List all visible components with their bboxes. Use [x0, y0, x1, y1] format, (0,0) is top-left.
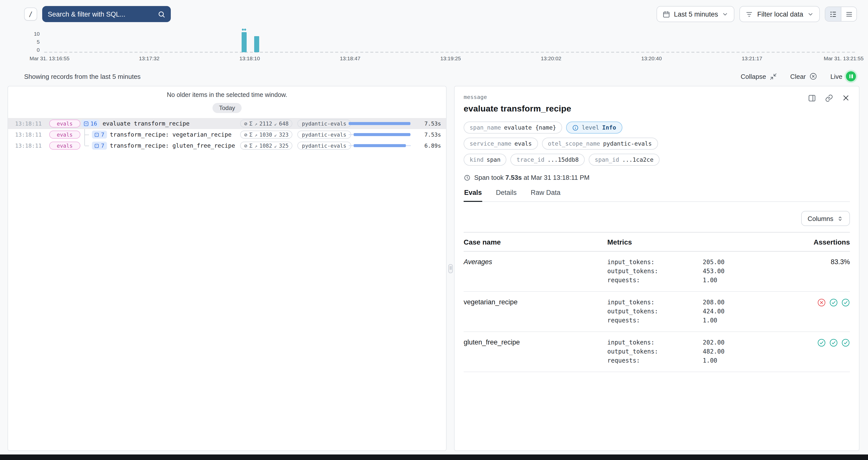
assertion-pass-icon	[841, 338, 850, 347]
token-metrics-pill[interactable]: ⊘ Σ ↗ 1030 ↙ 323	[240, 131, 292, 139]
columns-button[interactable]: Columns	[801, 211, 850, 226]
span-timing-line: Span took 7.53s at Mar 31 13:18:11 PM	[464, 174, 850, 181]
span-count-badge[interactable]: 7	[92, 142, 107, 150]
collapse-icon	[770, 72, 777, 80]
span-duration-value: 7.53s	[505, 174, 522, 181]
attribute-pill-service-name[interactable]: service_name evals	[464, 138, 538, 150]
duration-text: 6.89s	[415, 142, 441, 149]
assertion-icons	[789, 298, 850, 307]
trace-list-panel: No older items in the selected time wind…	[7, 86, 446, 451]
sort-chevrons-icon	[837, 215, 843, 222]
service-tag-pill[interactable]: evals	[49, 120, 80, 128]
clear-button[interactable]: Clear	[790, 72, 817, 80]
attribute-pill-kind[interactable]: kind span	[464, 154, 506, 166]
bar-annotation-marker	[242, 29, 246, 31]
search-placeholder: Search & filter with SQL...	[48, 10, 125, 18]
attribute-pill-level[interactable]: level Info	[566, 122, 622, 134]
span-square-icon	[94, 132, 99, 137]
token-metrics-pill[interactable]: ⊘ Σ ↗ 2112 ↙ 648	[240, 120, 292, 128]
panel-resize-divider[interactable]: ⠿	[446, 86, 454, 451]
attribute-pill-span-id[interactable]: span_id ...1ca2ce	[589, 154, 659, 166]
search-input[interactable]: Search & filter with SQL...	[42, 6, 171, 22]
otel-scope-pill[interactable]: pydantic-evals	[298, 142, 351, 150]
record-kind-label: message	[464, 94, 487, 100]
keyboard-shortcut-badge: /	[24, 7, 37, 21]
sigma-icon: Σ	[249, 132, 253, 138]
output-tokens-arrow-icon: ↙	[274, 143, 277, 149]
service-tag-pill[interactable]: evals	[49, 142, 80, 150]
service-tag-pill[interactable]: evals	[49, 131, 80, 139]
resize-grip-handle[interactable]: ⠿	[448, 264, 453, 273]
screen-bottom-edge	[0, 455, 868, 460]
evals-table: Case name Metrics Assertions Averages in…	[464, 232, 850, 372]
empty-window-notice: No older items in the selected time wind…	[8, 91, 446, 98]
row-timestamp: 13:18:11	[15, 131, 45, 138]
span-name: evaluate transform_recipe	[103, 120, 190, 127]
info-icon	[572, 124, 579, 131]
output-tokens-arrow-icon: ↙	[274, 121, 277, 126]
trace-row[interactable]: 13:18:11 evals 7 transform_recipe: glute…	[8, 140, 446, 151]
tab-evals[interactable]: Evals	[464, 189, 483, 202]
duration-text: 7.53s	[415, 120, 441, 127]
records-timeline-chart: 1050 Mar 31. 13:16:5513:17:3213:18:1013:…	[0, 29, 868, 63]
detail-tabs: Evals Details Raw Data	[464, 189, 850, 202]
dock-panel-icon[interactable]	[808, 94, 816, 102]
attributes-icon: ⊘	[244, 143, 247, 149]
close-icon[interactable]	[842, 94, 850, 102]
sigma-icon: Σ	[249, 121, 253, 127]
duration-bar	[349, 121, 411, 126]
collapse-children-toggle[interactable]: 16	[82, 120, 100, 128]
attribute-pill-span-name[interactable]: span_name evaluate {name}	[464, 122, 562, 134]
filter-label: Filter local data	[757, 10, 803, 18]
chart-bar[interactable]	[242, 32, 247, 52]
filter-icon	[746, 10, 753, 18]
sigma-icon: Σ	[249, 143, 253, 149]
trace-row[interactable]: 13:18:11 evals 16 evaluate transform_rec…	[8, 118, 446, 129]
chevron-down-icon	[807, 11, 814, 17]
topbar: / Search & filter with SQL... Last 5 min…	[0, 0, 868, 28]
span-count-badge[interactable]: 7	[92, 131, 107, 139]
case-name: gluten_free_recipe	[464, 338, 607, 346]
assertion-fail-icon	[817, 298, 826, 307]
duration-bar	[349, 143, 411, 148]
tab-raw-data[interactable]: Raw Data	[530, 189, 561, 201]
list-view-button[interactable]	[841, 7, 857, 21]
attribute-pills: span_name evaluate {name} level Info ser…	[464, 122, 850, 166]
attribute-pill-trace-id[interactable]: trace_id ...15ddb8	[510, 154, 585, 166]
evals-table-header: Case name Metrics Assertions	[464, 232, 850, 252]
input-tokens-arrow-icon: ↗	[254, 132, 257, 137]
calendar-icon	[662, 10, 670, 18]
chart-bar[interactable]	[254, 36, 259, 52]
live-toggle[interactable]: Live	[830, 71, 856, 81]
assertion-pass-icon	[829, 338, 838, 347]
time-range-label: Last 5 minutes	[674, 10, 718, 18]
tree-view-button[interactable]	[825, 7, 841, 21]
day-header: Today	[213, 103, 242, 113]
tree-connector	[82, 140, 89, 151]
assertion-pass-icon	[817, 338, 826, 347]
trace-row[interactable]: 13:18:11 evals 7 transform_recipe: veget…	[8, 129, 446, 140]
attribute-pill-otel-scope-name[interactable]: otel_scope_name pydantic-evals	[542, 138, 658, 150]
attributes-icon: ⊘	[244, 121, 247, 127]
otel-scope-pill[interactable]: pydantic-evals	[298, 131, 351, 139]
search-icon	[158, 10, 165, 18]
filter-local-data-dropdown[interactable]: Filter local data	[740, 6, 820, 22]
collapse-button[interactable]: Collapse	[741, 72, 777, 80]
evals-table-row: Averages input_tokens:205.00 output_toke…	[464, 252, 850, 292]
time-range-dropdown[interactable]: Last 5 minutes	[656, 6, 735, 22]
copy-link-icon[interactable]	[825, 94, 833, 102]
token-metrics-pill[interactable]: ⊘ Σ ↗ 1082 ↙ 325	[240, 142, 292, 150]
chevron-down-icon	[722, 11, 728, 17]
detail-title: evaluate transform_recipe	[464, 104, 850, 114]
view-mode-toggle	[825, 6, 857, 22]
chart-plot[interactable]	[49, 32, 852, 52]
tab-details[interactable]: Details	[496, 189, 517, 201]
output-tokens-arrow-icon: ↙	[274, 132, 277, 137]
span-square-icon	[94, 143, 99, 149]
span-name: transform_recipe: vegetarian_recipe	[110, 131, 231, 138]
status-bar: Showing records from the last 5 minutes …	[24, 71, 856, 81]
case-name: vegetarian_recipe	[464, 298, 607, 306]
otel-scope-pill[interactable]: pydantic-evals	[298, 120, 351, 128]
duration-text: 7.53s	[415, 131, 441, 138]
span-name: transform_recipe: gluten_free_recipe	[110, 142, 235, 149]
